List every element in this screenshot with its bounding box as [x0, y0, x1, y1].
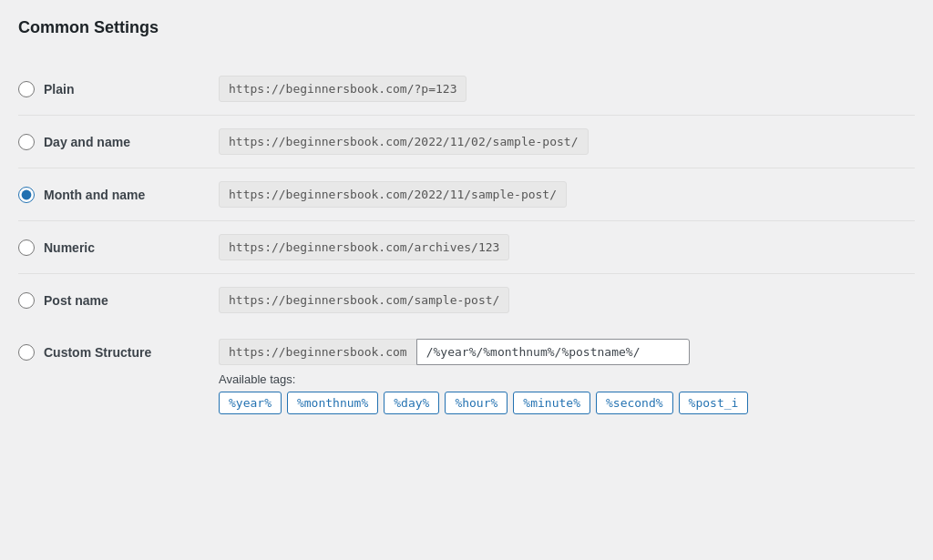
custom-structure-radio[interactable] [18, 344, 35, 361]
url-display-post-name: https://beginnersbook.com/sample-post/ [219, 287, 509, 313]
option-label-text-day-and-name: Day and name [44, 135, 130, 149]
option-label-post-name[interactable]: Post name [18, 292, 219, 309]
url-display-day-and-name: https://beginnersbook.com/2022/11/02/sam… [219, 128, 589, 155]
tags-list: %year%%monthnum%%day%%hour%%minute%%seco… [219, 392, 748, 414]
custom-structure-label-text: Custom Structure [44, 345, 151, 360]
url-display-month-and-name: https://beginnersbook.com/2022/11/sample… [219, 181, 567, 208]
tag-button-day[interactable]: %day% [384, 392, 439, 414]
radio-day-and-name[interactable] [18, 134, 35, 150]
radio-plain[interactable] [18, 81, 35, 97]
option-row-numeric: Numerichttps://beginnersbook.com/archive… [18, 221, 915, 274]
permalink-options: Plainhttps://beginnersbook.com/?p=123Day… [18, 63, 915, 326]
custom-structure-label[interactable]: Custom Structure [18, 344, 219, 361]
tag-button-year[interactable]: %year% [219, 392, 282, 414]
tag-button-monthnum[interactable]: %monthnum% [287, 392, 378, 414]
option-label-text-month-and-name: Month and name [44, 188, 145, 202]
url-display-plain: https://beginnersbook.com/?p=123 [219, 76, 466, 102]
option-label-plain[interactable]: Plain [18, 81, 219, 97]
available-tags-label: Available tags: [219, 372, 748, 386]
tag-button-hour[interactable]: %hour% [445, 392, 508, 414]
radio-post-name[interactable] [18, 292, 35, 309]
radio-numeric[interactable] [18, 239, 35, 256]
custom-structure-input[interactable] [416, 339, 690, 365]
option-row-post-name: Post namehttps://beginnersbook.com/sampl… [18, 274, 915, 326]
custom-url-prefix: https://beginnersbook.com [219, 339, 416, 365]
custom-structure-input-group: https://beginnersbook.com [219, 339, 690, 365]
settings-container: Common Settings Plainhttps://beginnersbo… [18, 18, 915, 427]
option-label-numeric[interactable]: Numeric [18, 239, 219, 256]
url-display-numeric: https://beginnersbook.com/archives/123 [219, 234, 509, 260]
available-tags-section: Available tags: %year%%monthnum%%day%%ho… [219, 372, 748, 414]
custom-structure-row: Custom Structure https://beginnersbook.c… [18, 326, 915, 427]
option-label-month-and-name[interactable]: Month and name [18, 187, 219, 203]
option-row-day-and-name: Day and namehttps://beginnersbook.com/20… [18, 116, 915, 168]
option-label-text-numeric: Numeric [44, 240, 95, 255]
tag-button-post-i[interactable]: %post_i [679, 392, 749, 414]
tag-button-minute[interactable]: %minute% [513, 392, 590, 414]
section-title: Common Settings [18, 18, 915, 45]
custom-structure-top: Custom Structure https://beginnersbook.c… [18, 339, 915, 365]
radio-month-and-name[interactable] [18, 187, 35, 203]
option-row-month-and-name: Month and namehttps://beginnersbook.com/… [18, 168, 915, 221]
option-label-text-post-name: Post name [44, 293, 108, 308]
option-label-text-plain: Plain [44, 82, 74, 97]
tag-button-second[interactable]: %second% [596, 392, 673, 414]
option-row-plain: Plainhttps://beginnersbook.com/?p=123 [18, 63, 915, 116]
option-label-day-and-name[interactable]: Day and name [18, 134, 219, 150]
